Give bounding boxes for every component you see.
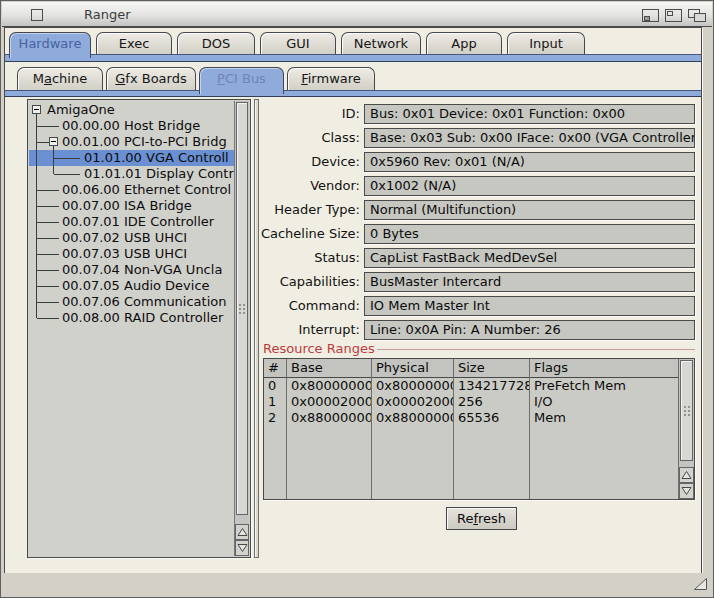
tree-item[interactable]: 00.01.00 PCI-to-PCI Bridg [29, 134, 234, 150]
table-column-size: Size 134217728 256 65536 [454, 359, 530, 499]
tab-exec[interactable]: Exec [96, 32, 172, 54]
pci-device-tree: AmigaOne 00.00.00 Host Bridge 00.01.00 P… [29, 102, 234, 540]
resize-window-icon[interactable] [691, 576, 709, 592]
tree-item-label: 00.07.04 Non-VGA Uncla [62, 262, 222, 277]
table-scrollbar-thumb[interactable] [680, 360, 693, 461]
table-cell[interactable]: 0x00002000 [287, 394, 371, 410]
tree-connector-line [37, 302, 59, 303]
table-cell[interactable]: 134217728 [454, 378, 529, 394]
tree-item[interactable]: 00.07.00 ISA Bridge [29, 198, 234, 214]
tree-scroll-up-button[interactable] [235, 524, 249, 540]
tab-accel-key: P [217, 71, 225, 86]
close-window-icon[interactable] [31, 9, 43, 21]
tree-item[interactable]: 00.07.03 USB UHCI [29, 246, 234, 262]
titlebar[interactable]: Ranger [2, 2, 712, 27]
main-tab-indicator-strip [5, 54, 701, 62]
tree-connector-line [53, 146, 54, 174]
titlebar-gadgets [640, 7, 707, 23]
table-cell[interactable]: 65536 [454, 410, 529, 426]
tree-connector-line [36, 114, 37, 318]
tab-label: M [33, 71, 44, 86]
field-value-id: Bus: 0x01 Device: 0x01 Function: 0x00 [364, 104, 695, 124]
resource-ranges-group-line [377, 349, 695, 350]
tab-hardware[interactable]: Hardware [9, 32, 91, 58]
field-value-interrupt: Line: 0x0A Pin: A Number: 26 [364, 320, 695, 340]
tree-connector-line [54, 158, 80, 159]
tree-connector-line [37, 206, 59, 207]
tree-item-selected[interactable]: 01.01.00 VGA Controll [29, 150, 234, 166]
tree-item[interactable]: 00.07.02 USB UHCI [29, 230, 234, 246]
refresh-button[interactable]: Refresh [446, 507, 517, 530]
tree-item-amigaone[interactable]: AmigaOne [29, 102, 234, 118]
tab-firmware[interactable]: Firmware [287, 67, 375, 90]
sub-tab-indicator-strip [5, 90, 701, 97]
iconify-window-icon[interactable] [640, 7, 661, 23]
table-cell[interactable]: 0x88000000 [372, 410, 453, 426]
column-header-size: Size [454, 359, 529, 378]
table-columns: # 0 1 2 Base 0x80000000 0x00002000 0x880… [264, 359, 679, 499]
tree-item[interactable]: 01.01.01 Display Contr [29, 166, 234, 182]
tree-item[interactable]: 00.08.00 RAID Controller [29, 310, 234, 326]
tree-item-label: 00.07.03 USB UHCI [62, 246, 187, 261]
table-cell[interactable]: 0x80000000 [372, 378, 453, 394]
table-cell[interactable]: I/O [530, 394, 678, 410]
tree-connector-line [37, 222, 59, 223]
tab-pci-bus[interactable]: PCI Bus [199, 67, 284, 94]
ranger-window: Ranger Hardware Exec DOS GUI Network App… [0, 0, 714, 598]
tab-label: irmware [308, 71, 361, 86]
button-label: Re [457, 511, 473, 526]
window-bottom-border [2, 573, 712, 596]
table-cell[interactable]: 0x88000000 [287, 410, 371, 426]
resource-ranges-table: # 0 1 2 Base 0x80000000 0x00002000 0x880… [263, 358, 695, 500]
table-cell[interactable]: 1 [264, 394, 286, 410]
tab-machine[interactable]: Machine [17, 67, 103, 90]
tree-item-label: 00.06.00 Ethernet Control [62, 182, 231, 197]
table-cell[interactable]: 256 [454, 394, 529, 410]
tree-item[interactable]: 00.06.00 Ethernet Control [29, 182, 234, 198]
field-value-capabilities: BusMaster Intercard [364, 272, 695, 292]
tab-accel-key: G [115, 71, 125, 86]
tree-item[interactable]: 00.07.01 IDE Controller [29, 214, 234, 230]
collapse-expander-icon[interactable] [32, 105, 41, 114]
table-cell[interactable]: 0 [264, 378, 286, 394]
tab-dos[interactable]: DOS [177, 32, 255, 54]
tab-input[interactable]: Input [507, 32, 585, 54]
table-scroll-down-button[interactable] [679, 483, 694, 499]
resource-ranges-group-title: Resource Ranges [263, 341, 375, 356]
tab-accel-key: a [44, 71, 52, 86]
tree-item-label: 00.07.01 IDE Controller [62, 214, 214, 229]
button-label: resh [478, 511, 506, 526]
tree-item[interactable]: 00.07.06 Communication [29, 294, 234, 310]
depth-window-icon[interactable] [686, 7, 707, 23]
tab-network[interactable]: Network [341, 32, 421, 54]
tree-item[interactable]: 00.07.04 Non-VGA Uncla [29, 262, 234, 278]
column-header-flags: Flags [530, 359, 678, 378]
table-column-base: Base 0x80000000 0x00002000 0x88000000 [287, 359, 372, 499]
tree-scroll-down-button[interactable] [235, 540, 249, 556]
tab-app[interactable]: App [426, 32, 502, 54]
table-column-num: # 0 1 2 [264, 359, 287, 499]
tab-label: fx Boards [125, 71, 186, 86]
table-cell[interactable]: 0x80000000 [287, 378, 371, 394]
table-cell[interactable]: PreFetch Mem [530, 378, 678, 394]
window-title: Ranger [84, 7, 131, 22]
field-value-cacheline-size: 0 Bytes [364, 224, 695, 244]
tab-gfx-boards[interactable]: Gfx Boards [106, 67, 196, 90]
zoom-window-icon[interactable] [663, 7, 684, 23]
collapse-expander-icon[interactable] [49, 137, 58, 146]
tree-connector-line [37, 142, 49, 143]
tree-item-label: AmigaOne [47, 102, 115, 117]
table-scroll-up-button[interactable] [679, 467, 694, 483]
tab-gui[interactable]: GUI [260, 32, 336, 54]
tree-item[interactable]: 00.00.00 Host Bridge [29, 118, 234, 134]
tree-connector-line [37, 254, 59, 255]
tree-item[interactable]: 00.07.05 Audio Device [29, 278, 234, 294]
tree-item-label: 00.00.00 Host Bridge [62, 118, 200, 133]
table-cell[interactable]: 2 [264, 410, 286, 426]
table-column-physical: Physical 0x80000000 0x00002000 0x8800000… [372, 359, 454, 499]
tree-connector-line [37, 126, 59, 127]
table-cell[interactable]: Mem [530, 410, 678, 426]
table-cell[interactable]: 0x00002000 [372, 394, 453, 410]
tree-connector-line [54, 174, 80, 175]
tree-connector-line [37, 318, 59, 319]
